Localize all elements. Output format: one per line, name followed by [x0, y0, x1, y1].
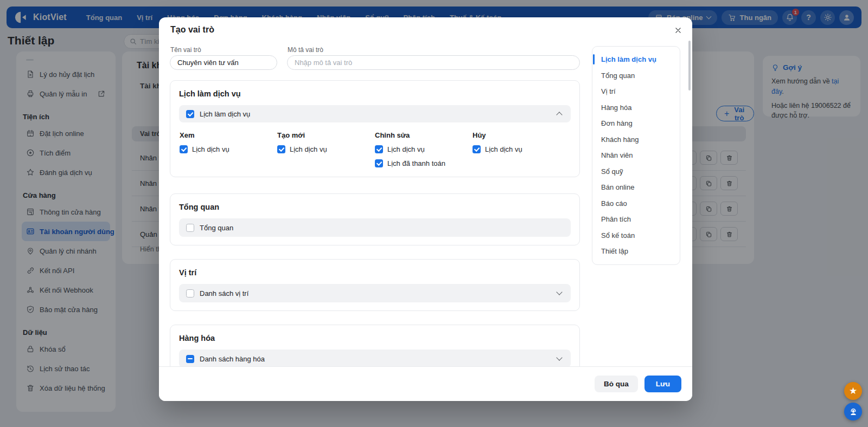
- nav-bao-cao[interactable]: Báo cáo: [592, 196, 680, 212]
- close-button[interactable]: [671, 23, 686, 38]
- checkbox-checked[interactable]: [277, 145, 285, 153]
- perm-view-lich-dich-vu[interactable]: Lịch dịch vụ: [180, 145, 277, 153]
- nav-don-hang[interactable]: Đơn hàng: [592, 115, 680, 132]
- expand-toggle[interactable]: [557, 292, 564, 294]
- group-label: Lịch làm dịch vụ: [200, 110, 250, 118]
- permission-group-row[interactable]: Danh sách hàng hóa: [179, 350, 571, 368]
- create-role-modal: Tạo vai trò Tên vai trò Mô tả vai trò Lị…: [159, 17, 692, 401]
- section-lich-lam-dich-vu: Lịch làm dịch vụ Lịch làm dịch vụ Xem Tạ…: [170, 80, 580, 177]
- role-name-label: Tên vai trò: [170, 46, 201, 54]
- save-button[interactable]: Lưu: [644, 376, 681, 392]
- chevron-down-icon: [556, 289, 562, 295]
- perm-label: Lịch đã thanh toán: [387, 159, 445, 167]
- expand-toggle[interactable]: [557, 358, 564, 360]
- app-root: KiotViet Tổng quan Vị trí Hàng hóa Đơn h…: [0, 0, 868, 427]
- section-title: Tổng quan: [179, 203, 571, 211]
- checkbox-checked[interactable]: [473, 145, 481, 153]
- modal-footer: Bỏ qua Lưu: [159, 366, 692, 401]
- perm-edit-lich-da-thanh-toan[interactable]: Lịch đã thanh toán: [375, 159, 473, 167]
- role-desc-input[interactable]: [287, 55, 580, 70]
- nav-so-ke-toan[interactable]: Sổ kế toán: [592, 228, 680, 244]
- nav-hang-hoa[interactable]: Hàng hóa: [592, 100, 680, 116]
- perm-label: Lịch dịch vụ: [290, 145, 327, 153]
- empty-cell: [473, 159, 570, 167]
- empty-cell: [180, 159, 277, 167]
- perm-label: Lịch dịch vụ: [192, 145, 229, 153]
- group-label: Danh sách vị trí: [200, 289, 248, 297]
- nav-nhan-vien[interactable]: Nhân viên: [592, 147, 680, 164]
- section-tong-quan: Tổng quan Tổng quan: [170, 193, 580, 245]
- checkbox-unchecked[interactable]: [186, 289, 194, 297]
- nav-tong-quan[interactable]: Tổng quan: [592, 68, 680, 84]
- nav-thiet-lap[interactable]: Thiết lập: [592, 243, 680, 260]
- nav-lich-lam-dich-vu[interactable]: Lịch làm dịch vụ: [592, 51, 680, 68]
- modal-scrollbar-thumb[interactable]: [688, 41, 691, 90]
- role-name-input[interactable]: [170, 55, 277, 70]
- perm-edit-lich-dich-vu[interactable]: Lịch dịch vụ: [375, 145, 473, 153]
- section-vi-tri: Vị trí Danh sách vị trí: [170, 259, 580, 311]
- section-title: Vị trí: [179, 268, 571, 277]
- perm-cancel-lich-dich-vu[interactable]: Lịch dịch vụ: [473, 145, 570, 153]
- star-icon: ★: [849, 385, 857, 397]
- section-title: Hàng hóa: [179, 334, 571, 342]
- group-label: Tổng quan: [200, 224, 233, 232]
- perm-header-huy: Hủy: [473, 131, 570, 139]
- nav-phan-tich[interactable]: Phân tích: [592, 211, 680, 228]
- checkbox-checked[interactable]: [180, 145, 188, 153]
- section-title: Lịch làm dịch vụ: [179, 89, 571, 98]
- checkbox-checked[interactable]: [375, 159, 383, 167]
- chevron-down-icon: [556, 354, 562, 360]
- nav-ban-online[interactable]: Bán online: [592, 179, 680, 196]
- cancel-button[interactable]: Bỏ qua: [595, 376, 638, 392]
- checkbox-indeterminate[interactable]: [186, 355, 194, 363]
- role-desc-label: Mô tả vai trò: [288, 46, 323, 54]
- nav-khach-hang[interactable]: Khách hàng: [592, 132, 680, 148]
- permission-group-row[interactable]: Tổng quan: [179, 218, 571, 237]
- perm-label: Lịch dịch vụ: [485, 145, 522, 153]
- modal-section-nav: Lịch làm dịch vụ Tổng quan Vị trí Hàng h…: [592, 46, 680, 265]
- checkbox-unchecked[interactable]: [186, 224, 194, 232]
- support-fab[interactable]: [844, 403, 862, 420]
- perm-header-tao-moi: Tạo mới: [277, 131, 375, 139]
- permission-sections: Lịch làm dịch vụ Lịch làm dịch vụ Xem Tạ…: [170, 80, 580, 377]
- permission-grid: Xem Tạo mới Chỉnh sửa Hủy Lịch dịch vụ L…: [180, 131, 570, 167]
- chevron-up-icon: [556, 112, 562, 118]
- collapse-toggle[interactable]: [557, 111, 564, 117]
- group-label: Danh sách hàng hóa: [200, 355, 265, 363]
- close-icon: [674, 27, 682, 34]
- perm-create-lich-dich-vu[interactable]: Lịch dịch vụ: [277, 145, 375, 153]
- nav-vi-tri[interactable]: Vị trí: [592, 83, 680, 100]
- rating-fab[interactable]: ★: [844, 382, 862, 400]
- empty-cell: [277, 159, 375, 167]
- support-agent-icon: [848, 407, 858, 417]
- checkbox-checked[interactable]: [186, 110, 194, 118]
- perm-header-xem: Xem: [180, 131, 277, 139]
- permission-group-row[interactable]: Danh sách vị trí: [179, 284, 571, 302]
- perm-label: Lịch dịch vụ: [387, 145, 425, 153]
- perm-header-chinh-sua: Chỉnh sửa: [375, 131, 473, 139]
- nav-so-quy[interactable]: Sổ quỹ: [592, 164, 680, 180]
- permission-group-row[interactable]: Lịch làm dịch vụ: [179, 105, 571, 122]
- modal-title: Tạo vai trò: [170, 25, 214, 35]
- checkbox-checked[interactable]: [375, 145, 383, 153]
